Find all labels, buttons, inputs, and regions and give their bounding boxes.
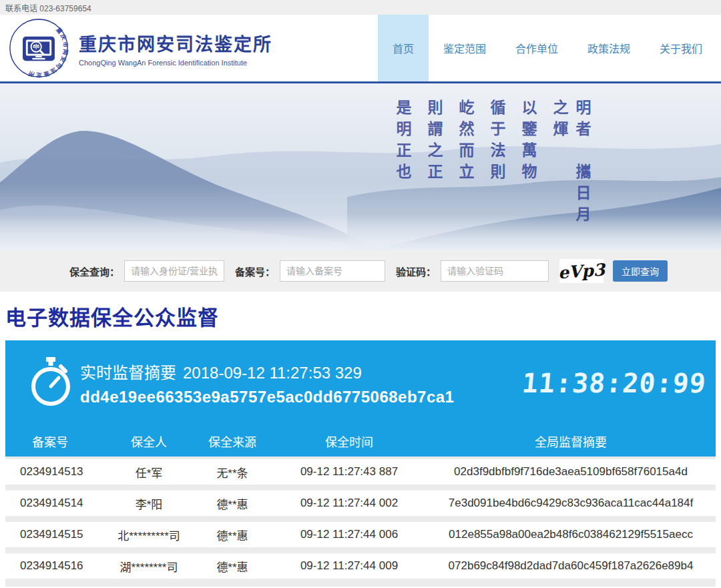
cell-record-id: 0234914513: [5, 465, 83, 479]
captcha-code-text: eVp3: [557, 260, 606, 282]
calligraphy-column: 則謂之正: [423, 99, 445, 243]
summary-label: 实时监督摘要: [80, 364, 176, 382]
record-number-input[interactable]: [280, 260, 385, 282]
calligraphy-column: 明者 攜日月之煇: [548, 99, 593, 243]
identity-input[interactable]: [124, 260, 224, 282]
col-header-record-id: 备案号: [5, 432, 68, 450]
calligraphy-column: 循于法則: [485, 99, 508, 243]
calligraphy-column: 以鑒萬物: [517, 99, 539, 243]
calligraphy-column: 屹然而立: [454, 99, 477, 243]
col-header-source: 保全来源: [208, 432, 256, 450]
topbar: 联系电话 023-63759654: [0, 0, 721, 15]
captcha-image[interactable]: eVp3: [559, 259, 604, 283]
cell-time: 09-12 11:27:44 002: [300, 497, 398, 510]
cell-record-id: 0234914516: [5, 559, 83, 573]
brand-block: 重庆市网安司法鉴定所 ChongQing WangAn Forensic Ide…: [79, 30, 272, 67]
table-header-row: 备案号 保全人 保全来源 保全时间 全局监督摘要: [5, 426, 716, 457]
main-nav: 首页 鉴定范围 合作单位 政策法规 关于我们: [378, 15, 717, 81]
cell-time: 09-12 11:27:44 009: [300, 559, 398, 573]
cell-person: 湖********司: [120, 558, 178, 575]
summary-hash: dd4e19ee66353e9a5757e5ac0dd6775068eb7ca1: [80, 388, 454, 406]
page-title: 电子数据保全公众监督: [0, 292, 721, 340]
cell-time: 09-12 11:27:44 006: [300, 528, 398, 541]
table-row: 0234914514 李*阳 德**惠 09-12 11:27:44 002 7…: [5, 491, 716, 516]
nav-item-policy[interactable]: 政策法规: [573, 15, 645, 81]
institute-logo[interactable]: 重庆市网安司法鉴定所: [8, 17, 69, 79]
mountain-landscape: [0, 83, 721, 250]
calligraphy-column: 是明正也: [391, 99, 414, 243]
cell-source: 德**惠: [216, 495, 248, 512]
table-body: 0234914513 任*军 无**条 09-12 11:27:43 887 0…: [5, 457, 716, 587]
col-header-time: 保全时间: [325, 432, 373, 450]
contact-phone: 联系电话 023-63759654: [5, 2, 91, 13]
table-row: 0234914513 任*军 无**条 09-12 11:27:43 887 0…: [5, 459, 716, 485]
nav-item-about[interactable]: 关于我们: [645, 15, 717, 81]
cell-time: 09-12 11:27:43 887: [300, 465, 398, 479]
captcha-input[interactable]: [441, 260, 549, 282]
calligraphy-verse: 是明正也 則謂之正 屹然而立 循于法則 以鑒萬物 明者 攜日月之煇: [391, 99, 593, 243]
hero-banner: 是明正也 則謂之正 屹然而立 循于法則 以鑒萬物 明者 攜日月之煇: [0, 81, 721, 250]
captcha-label: 验证码：: [396, 264, 436, 278]
table-row: 0234914516 湖********司 德**惠 09-12 11:27:4…: [5, 553, 716, 579]
query-label: 保全查询：: [69, 264, 119, 278]
col-header-person: 保全人: [131, 432, 167, 450]
site-header: 重庆市网安司法鉴定所 重庆市网安司法鉴定所 ChongQing WangAn F…: [0, 15, 721, 81]
cell-source: 无**条: [216, 464, 248, 481]
summary-timestamp: 2018-09-12 11:27:53 329: [183, 364, 362, 382]
monitor-panel: 实时监督摘要2018-09-12 11:27:53 329 dd4e19ee66…: [5, 340, 716, 457]
preservation-search-bar: 保全查询： 备案号： 验证码： eVp3 立即查询: [0, 250, 721, 292]
site-subtitle: ChongQing WangAn Forensic Identification…: [79, 59, 272, 67]
cell-record-id: 0234914515: [5, 528, 83, 541]
cell-person: 北*********司: [117, 527, 180, 543]
nav-item-home[interactable]: 首页: [378, 15, 429, 81]
cell-hash: 7e3d091be4bd6c9429c83c936aca11cac44a184f: [449, 497, 693, 510]
site-title: 重庆市网安司法鉴定所: [79, 30, 272, 56]
digital-clock: 11:38:20:99: [521, 368, 708, 398]
query-submit-button[interactable]: 立即查询: [613, 260, 668, 282]
cell-person: 任*军: [136, 464, 163, 481]
nav-item-partners[interactable]: 合作单位: [501, 15, 573, 81]
cell-source: 德**惠: [216, 558, 248, 575]
cell-record-id: 0234914514: [5, 497, 83, 510]
cell-source: 德**惠: [216, 527, 248, 543]
cell-hash: 072b69c84f98d2dad7da60c459f187a2626e89b4: [449, 559, 694, 573]
table-row: 0234914515 北*********司 德**惠 09-12 11:27:…: [5, 522, 716, 547]
cell-person: 李*阳: [136, 495, 163, 512]
cell-hash: 012e855a98a00ea2b48f6c038462129f5515aecc: [449, 528, 693, 541]
realtime-summary: 实时监督摘要2018-09-12 11:27:53 329 dd4e19ee66…: [5, 340, 716, 426]
stopwatch-icon: [29, 356, 72, 410]
nav-item-scope[interactable]: 鉴定范围: [429, 15, 501, 81]
col-header-hash: 全局监督摘要: [535, 432, 607, 450]
record-number-label: 备案号：: [235, 264, 275, 278]
cell-hash: 02d3f9dbfbf9f716de3aea5109bf658f76015a4d: [454, 465, 688, 479]
